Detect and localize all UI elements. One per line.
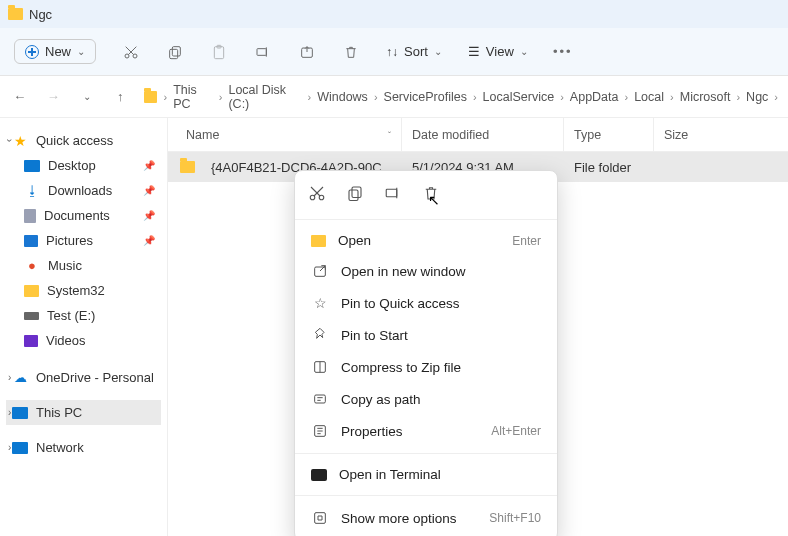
pc-icon [12, 407, 28, 419]
share-icon[interactable] [298, 43, 316, 61]
paste-icon[interactable] [210, 43, 228, 61]
ctx-compress-zip[interactable]: Compress to Zip file [295, 351, 557, 383]
back-button[interactable]: ← [10, 87, 30, 107]
ctx-hint: Shift+F10 [489, 511, 541, 525]
column-type[interactable]: Type [564, 118, 654, 151]
breadcrumb-item[interactable]: Microsoft [680, 90, 731, 104]
documents-icon [24, 209, 36, 223]
sort-arrow-icon: ˇ [388, 130, 391, 140]
breadcrumb-item[interactable]: Ngc [746, 90, 768, 104]
ctx-open[interactable]: OpenEnter [295, 226, 557, 255]
chevron-right-icon: › [774, 91, 778, 103]
chevron-down-icon[interactable]: ⌄ [77, 87, 97, 107]
sidebar-item-desktop[interactable]: Desktop📌 [6, 153, 161, 178]
ctx-copy-path[interactable]: Copy as path [295, 383, 557, 415]
up-button[interactable]: ↑ [111, 87, 131, 107]
svg-rect-13 [315, 267, 326, 276]
ctx-pin-quick[interactable]: ☆Pin to Quick access [295, 287, 557, 319]
delete-icon[interactable] [419, 181, 443, 205]
navbar: ← → ⌄ ↑ › This PC› Local Disk (C:)› Wind… [0, 76, 788, 118]
svg-rect-10 [352, 187, 361, 198]
breadcrumb-item[interactable]: Local [634, 90, 664, 104]
ctx-show-more[interactable]: Show more optionsShift+F10 [295, 502, 557, 534]
svg-rect-6 [257, 48, 266, 55]
desktop-icon [24, 160, 40, 172]
sidebar-item-downloads[interactable]: ⭳Downloads📌 [6, 178, 161, 203]
context-menu: OpenEnter Open in new window ☆Pin to Qui… [294, 170, 558, 536]
sidebar-item-test[interactable]: Test (E:) [6, 303, 161, 328]
music-icon: ● [24, 259, 40, 273]
copy-path-icon [311, 390, 329, 408]
sort-button[interactable]: ↑↓ Sort ⌄ [386, 44, 442, 59]
sidebar-label: Test (E:) [47, 308, 95, 323]
copy-icon[interactable] [166, 43, 184, 61]
drive-icon [24, 312, 39, 320]
breadcrumb-item[interactable]: This PC [173, 83, 213, 111]
column-name[interactable]: Nameˇ [168, 118, 402, 151]
sidebar-label: OneDrive - Personal [36, 370, 154, 385]
ctx-open-new-window[interactable]: Open in new window [295, 255, 557, 287]
rename-icon[interactable] [254, 43, 272, 61]
sidebar: › ★ Quick access Desktop📌 ⭳Downloads📌 Do… [0, 118, 168, 536]
ctx-label: Show more options [341, 511, 457, 526]
sidebar-label: Videos [46, 333, 86, 348]
ctx-open-terminal[interactable]: Open in Terminal [295, 460, 557, 489]
pictures-icon [24, 235, 38, 247]
sidebar-label: Pictures [46, 233, 93, 248]
window-title: Ngc [29, 7, 52, 22]
sidebar-item-network[interactable]: ›Network [6, 435, 161, 460]
sidebar-item-videos[interactable]: Videos [6, 328, 161, 353]
folder-icon [311, 235, 326, 247]
columns-header: Nameˇ Date modified Type Size [168, 118, 788, 152]
titlebar: Ngc [0, 0, 788, 28]
ctx-label: Open in Terminal [339, 467, 441, 482]
more-icon[interactable]: ••• [554, 43, 572, 61]
pin-icon [311, 326, 329, 344]
sidebar-label: Quick access [36, 133, 113, 148]
sidebar-item-documents[interactable]: Documents📌 [6, 203, 161, 228]
view-label: View [486, 44, 514, 59]
folder-icon [8, 8, 23, 20]
copy-icon[interactable] [343, 181, 367, 205]
downloads-icon: ⭳ [24, 184, 40, 198]
new-button[interactable]: New ⌄ [14, 39, 96, 64]
column-size[interactable]: Size [654, 118, 714, 151]
cut-icon[interactable] [122, 43, 140, 61]
sidebar-item-onedrive[interactable]: ›☁OneDrive - Personal [6, 365, 161, 390]
ctx-pin-start[interactable]: Pin to Start [295, 319, 557, 351]
ctx-properties[interactable]: PropertiesAlt+Enter [295, 415, 557, 447]
sidebar-label: Music [48, 258, 82, 273]
sidebar-item-pictures[interactable]: Pictures📌 [6, 228, 161, 253]
column-label: Name [186, 128, 219, 142]
cut-icon[interactable] [305, 181, 329, 205]
svg-rect-12 [386, 189, 397, 197]
chevron-right-icon: › [307, 91, 311, 103]
ctx-hint: Enter [512, 234, 541, 248]
chevron-icon: › [4, 139, 15, 142]
svg-rect-11 [349, 190, 358, 201]
breadcrumb-item[interactable]: Windows [317, 90, 368, 104]
forward-button[interactable]: → [44, 87, 64, 107]
pin-icon: 📌 [143, 185, 155, 196]
breadcrumb-item[interactable]: Local Disk (C:) [228, 83, 301, 111]
chevron-right-icon: › [473, 91, 477, 103]
breadcrumb-item[interactable]: LocalService [483, 90, 555, 104]
view-button[interactable]: ☰ View ⌄ [468, 44, 528, 59]
folder-icon [24, 285, 39, 297]
sidebar-item-system32[interactable]: System32 [6, 278, 161, 303]
terminal-icon [311, 469, 327, 481]
chevron-down-icon: ⌄ [434, 46, 442, 57]
sidebar-label: This PC [36, 405, 82, 420]
chevron-right-icon: › [670, 91, 674, 103]
sidebar-item-quick-access[interactable]: › ★ Quick access [6, 128, 161, 153]
sidebar-item-music[interactable]: ●Music [6, 253, 161, 278]
breadcrumb[interactable]: › This PC› Local Disk (C:)› Windows› Ser… [144, 83, 778, 111]
rename-icon[interactable] [381, 181, 405, 205]
breadcrumb-item[interactable]: ServiceProfiles [384, 90, 467, 104]
delete-icon[interactable] [342, 43, 360, 61]
breadcrumb-item[interactable]: AppData [570, 90, 619, 104]
column-date[interactable]: Date modified [402, 118, 564, 151]
videos-icon [24, 335, 38, 347]
column-label: Size [664, 128, 688, 142]
sidebar-item-this-pc[interactable]: ›This PC [6, 400, 161, 425]
